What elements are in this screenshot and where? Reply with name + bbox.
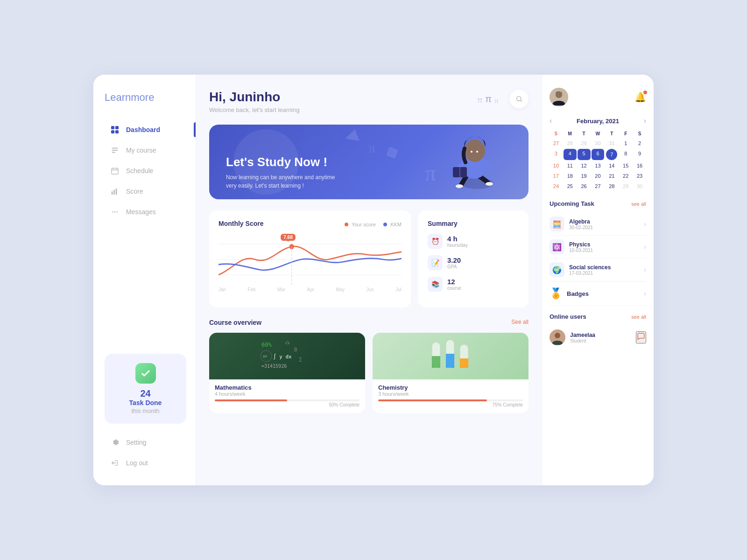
header-left: Hi, Juninho Welcome back, let's start le… bbox=[209, 90, 300, 113]
cal-day-18[interactable]: 18 bbox=[564, 171, 577, 181]
svg-rect-7 bbox=[116, 189, 117, 195]
svg-point-24 bbox=[471, 151, 472, 153]
hero-figure bbox=[435, 125, 510, 199]
upcoming-task-see-all[interactable]: see all bbox=[631, 201, 646, 207]
cal-day-8[interactable]: 8 bbox=[619, 149, 632, 160]
task-label-done: Task Done bbox=[129, 399, 162, 406]
task-item-physics[interactable]: ⚛️ Physics 10-03-2021 › bbox=[550, 236, 646, 259]
online-users-see-all[interactable]: see all bbox=[631, 314, 646, 320]
cal-day-4[interactable]: 4 bbox=[564, 149, 577, 160]
course-card-chem[interactable]: Chemistry 3 hours/week 75% Complete bbox=[373, 333, 529, 413]
cal-day-7[interactable]: 7 bbox=[606, 149, 617, 160]
cal-day-22[interactable]: 22 bbox=[619, 171, 632, 181]
setting-label: Setting bbox=[126, 439, 147, 446]
cal-day-15[interactable]: 15 bbox=[619, 161, 632, 170]
sidebar-score-label: Score bbox=[126, 188, 143, 195]
course-see-all[interactable]: See all bbox=[511, 319, 529, 326]
cal-day-17[interactable]: 17 bbox=[550, 171, 563, 181]
jameelaa-message-button[interactable] bbox=[636, 331, 646, 343]
course-card-math[interactable]: 60% ∫ y dx =31415926 π² B ∑ √x Mathemati… bbox=[209, 333, 365, 413]
cal-day-5[interactable]: 5 bbox=[578, 149, 591, 160]
chart-legend: Your score KKM bbox=[345, 222, 402, 227]
jameelaa-name: Jameelaa bbox=[570, 332, 631, 338]
cal-day-3[interactable]: 3 bbox=[550, 149, 563, 160]
cal-day-21[interactable]: 21 bbox=[605, 171, 618, 181]
chem-name: Chemistry bbox=[378, 384, 523, 391]
physics-icon: ⚛️ bbox=[550, 239, 564, 254]
cal-day-30a[interactable]: 30 bbox=[592, 139, 605, 148]
cal-day-29a[interactable]: 29 bbox=[578, 139, 591, 148]
notification-button[interactable]: 🔔 bbox=[634, 91, 646, 103]
cal-day-31a[interactable]: 31 bbox=[605, 139, 618, 148]
cal-day-11[interactable]: 11 bbox=[564, 161, 577, 170]
task-done-card: 24 Task Done this month bbox=[105, 354, 186, 424]
cal-day-2[interactable]: 2 bbox=[633, 139, 646, 148]
svg-rect-6 bbox=[113, 189, 115, 195]
online-users-header: Online users see all bbox=[550, 313, 646, 320]
svg-rect-5 bbox=[112, 191, 113, 195]
algebra-name: Algebra bbox=[569, 218, 639, 225]
hours-value: 4 h bbox=[447, 235, 468, 243]
svg-rect-2 bbox=[111, 130, 114, 133]
cal-day-23[interactable]: 23 bbox=[633, 171, 646, 181]
chem-progress-fill bbox=[378, 399, 487, 401]
jameelaa-info: Jameelaa Student bbox=[570, 332, 631, 343]
cal-day-29b[interactable]: 29 bbox=[619, 182, 632, 191]
cal-day-10[interactable]: 10 bbox=[550, 161, 563, 170]
svg-text:B: B bbox=[294, 347, 297, 352]
badges-row[interactable]: 🏅 Badges › bbox=[550, 281, 646, 306]
cal-label-s1: S bbox=[550, 130, 563, 138]
sidebar-item-messages[interactable]: Messages bbox=[105, 203, 186, 221]
chart-labels: Jan Feb Mar Apr May Jun Jul bbox=[218, 287, 402, 292]
cal-day-28a[interactable]: 28 bbox=[564, 139, 577, 148]
cal-day-25[interactable]: 25 bbox=[564, 182, 577, 191]
sidebar-item-schedule[interactable]: Schedule bbox=[105, 161, 186, 180]
svg-point-8 bbox=[112, 211, 113, 213]
search-button[interactable] bbox=[510, 90, 529, 108]
cal-day-14[interactable]: 14 bbox=[605, 161, 618, 170]
cal-day-1[interactable]: 1 bbox=[619, 139, 632, 148]
sidebar-item-dashboard[interactable]: Dashboard bbox=[105, 120, 186, 139]
social-info: Social sciences 17-03-2021 bbox=[569, 264, 639, 276]
cal-day-19[interactable]: 19 bbox=[578, 171, 591, 181]
sidebar-item-score[interactable]: Score bbox=[105, 182, 186, 201]
cal-day-27b[interactable]: 27 bbox=[592, 182, 605, 191]
score-section: Monthly Score Your score KKM 7.68 bbox=[209, 210, 529, 308]
svg-text:√x: √x bbox=[285, 340, 290, 345]
svg-point-25 bbox=[476, 151, 478, 153]
svg-point-19 bbox=[456, 184, 463, 188]
cal-day-28b[interactable]: 28 bbox=[605, 182, 618, 191]
chart-label-may: May bbox=[336, 287, 345, 292]
svg-rect-40 bbox=[432, 356, 440, 368]
calendar-next-button[interactable]: › bbox=[644, 117, 646, 125]
task-item-social[interactable]: 🌍 Social sciences 17-03-2021 › bbox=[550, 259, 646, 281]
right-panel-topbar: 🔔 bbox=[550, 88, 646, 106]
cal-day-20[interactable]: 20 bbox=[592, 171, 605, 181]
cal-day-13[interactable]: 13 bbox=[592, 161, 605, 170]
social-chevron: › bbox=[644, 266, 646, 273]
task-item-algebra[interactable]: 🧮 Algebra 30-02-2021 › bbox=[550, 213, 646, 236]
svg-text:∑: ∑ bbox=[299, 357, 302, 362]
chart-label-apr: Apr bbox=[307, 287, 315, 292]
cal-day-12[interactable]: 12 bbox=[578, 161, 591, 170]
cal-day-24[interactable]: 24 bbox=[550, 182, 563, 191]
cal-label-w: W bbox=[592, 130, 605, 138]
svg-rect-3 bbox=[115, 130, 119, 133]
algebra-icon: 🧮 bbox=[550, 217, 564, 231]
chart-label-feb: Feb bbox=[247, 287, 255, 292]
svg-point-9 bbox=[114, 211, 116, 213]
svg-rect-1 bbox=[115, 126, 119, 129]
sidebar-item-logout[interactable]: Log out bbox=[105, 454, 186, 472]
cal-day-30b[interactable]: 30 bbox=[633, 182, 646, 191]
chart-area: 7.68 bbox=[218, 234, 402, 285]
algebra-date: 30-02-2021 bbox=[569, 225, 639, 230]
cal-day-6[interactable]: 6 bbox=[592, 149, 605, 160]
cal-day-16[interactable]: 16 bbox=[633, 161, 646, 170]
cal-day-26[interactable]: 26 bbox=[578, 182, 591, 191]
sidebar-item-setting[interactable]: Setting bbox=[105, 433, 186, 452]
course-icon bbox=[110, 146, 120, 155]
sidebar-item-my-course[interactable]: My course bbox=[105, 141, 186, 160]
calendar-prev-button[interactable]: ‹ bbox=[550, 117, 552, 125]
cal-day-9[interactable]: 9 bbox=[633, 149, 646, 160]
cal-day-27a[interactable]: 27 bbox=[550, 139, 563, 148]
